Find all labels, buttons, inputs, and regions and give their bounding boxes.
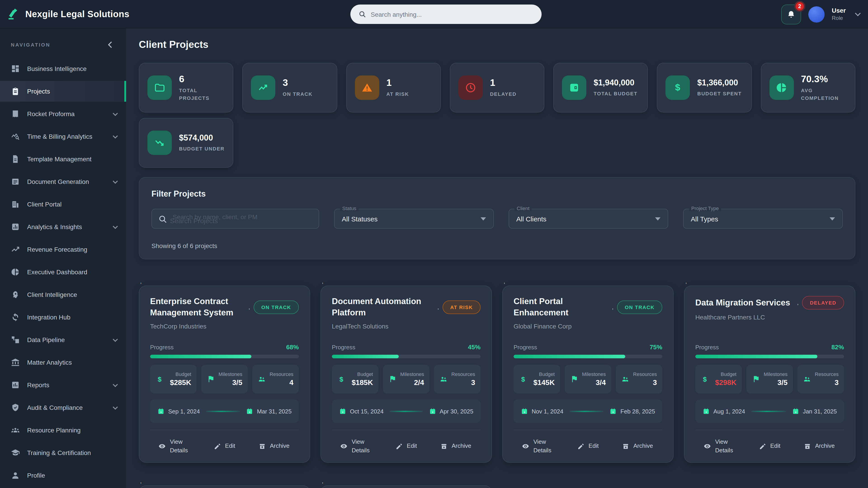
- bell-icon: [786, 10, 796, 19]
- clipboard-icon: [11, 87, 20, 96]
- chevron-down-icon[interactable]: [113, 382, 118, 387]
- edit-button[interactable]: Edit: [381, 442, 431, 451]
- status-badge: ON TRACK: [254, 300, 299, 314]
- milestones-value: 3/5: [217, 379, 242, 387]
- sidebar-item-analytics-insights[interactable]: Analytics & Insights: [0, 217, 126, 237]
- chevron-down-icon[interactable]: [113, 337, 118, 342]
- sidebar-item-time-billing-analytics[interactable]: Time & Billing Analytics: [0, 126, 126, 147]
- svg-text:$: $: [521, 376, 525, 383]
- sidebar-item-client-portal[interactable]: Client Portal: [0, 194, 126, 215]
- stat-total-budget: $1,940,000TOTAL BUDGET: [553, 63, 648, 112]
- view-details-button[interactable]: View Details: [695, 437, 745, 455]
- archive-button[interactable]: Archive: [249, 442, 299, 451]
- budget-value: $298K: [712, 379, 737, 387]
- view-details-button[interactable]: View Details: [514, 437, 563, 455]
- sidebar-item-reports[interactable]: Reports: [0, 375, 126, 395]
- archive-button[interactable]: Archive: [795, 442, 844, 451]
- dropdown-arrow-icon: [480, 217, 486, 220]
- resources-tile: Resources3: [616, 365, 662, 394]
- stat-on-track: 3ON TRACK: [243, 63, 337, 112]
- sidebar-item-audit-compliance[interactable]: Audit & Compliance: [0, 397, 126, 418]
- notifications-button[interactable]: 2: [781, 4, 801, 24]
- flag-icon: [388, 375, 397, 383]
- budget-value: $285K: [166, 379, 191, 387]
- archive-button[interactable]: Archive: [613, 442, 662, 451]
- sidebar-item-business-intelligence[interactable]: Business Intelligence: [0, 58, 126, 79]
- user-info[interactable]: User Role: [832, 7, 846, 22]
- sidebar-item-template-management[interactable]: Template Management: [0, 149, 126, 169]
- trending-up-icon: [11, 245, 20, 254]
- article-icon: [11, 177, 20, 186]
- eye-icon: [158, 442, 166, 450]
- progress-value: 75%: [650, 344, 662, 351]
- edit-button[interactable]: Edit: [745, 442, 794, 451]
- sidebar-item-integration-hub[interactable]: Integration Hub: [0, 307, 126, 328]
- budget-tile: $ Budget$285K: [150, 365, 197, 394]
- project-search-field[interactable]: Search by name, client, or PM Search Pro…: [151, 209, 319, 229]
- pencil-icon: [214, 443, 221, 450]
- progress-bar: [514, 355, 662, 358]
- psychology-icon: [11, 290, 20, 299]
- flag-icon: [752, 375, 760, 383]
- milestones-tile: Milestones2/4: [383, 365, 430, 394]
- chevron-down-icon[interactable]: [113, 224, 118, 229]
- sidebar-item-data-pipeline[interactable]: Data Pipeline: [0, 329, 126, 350]
- sidebar-item-client-intelligence[interactable]: Client Intelligence: [0, 284, 126, 305]
- milestones-tile: Milestones3/4: [565, 365, 611, 394]
- sidebar-item-executive-dashboard[interactable]: Executive Dashboard: [0, 262, 126, 283]
- sidebar-item-rocket-proforma[interactable]: Rocket Proforma: [0, 103, 126, 124]
- project-card-cell: ,: [320, 485, 492, 488]
- resources-value: 4: [269, 379, 293, 387]
- sidebar-item-projects[interactable]: Projects: [0, 81, 126, 102]
- progress-label: Progress: [150, 344, 174, 351]
- project-type-select[interactable]: Project Type All Types: [683, 209, 843, 229]
- end-date: Apr 30, 2025: [440, 408, 473, 415]
- project-cards-grid: , Enterprise Contract Management System …: [139, 286, 855, 463]
- stats-grid: 6TOTAL PROJECTS 3ON TRACK 1AT RISK 1DELA…: [139, 63, 855, 168]
- project-card: Client Portal Enhancement , ON TRACK Glo…: [502, 286, 674, 463]
- view-details-button[interactable]: View Details: [332, 437, 381, 455]
- global-search[interactable]: [350, 4, 541, 24]
- bank-icon: [11, 358, 20, 367]
- archive-button[interactable]: Archive: [431, 442, 480, 451]
- end-date: Feb 28, 2025: [620, 408, 655, 415]
- calendar-icon: [521, 408, 528, 415]
- chevron-down-icon[interactable]: [113, 178, 118, 184]
- project-card-partial: [320, 485, 492, 488]
- stray-comma: ,: [797, 300, 799, 306]
- sidebar-item-training-certification[interactable]: Training & Certification: [0, 442, 126, 463]
- sidebar-collapse-icon[interactable]: [108, 41, 114, 48]
- status-select[interactable]: Status All Statuses: [334, 209, 494, 229]
- edit-button[interactable]: Edit: [563, 442, 613, 451]
- project-card-cell: , Enterprise Contract Management System …: [139, 286, 310, 463]
- building-icon: [11, 200, 20, 209]
- chevron-down-icon[interactable]: [113, 111, 118, 116]
- global-search-input[interactable]: [371, 11, 533, 18]
- sidebar-item-profile[interactable]: Profile: [0, 465, 126, 486]
- project-title: Enterprise Contract Management System: [150, 296, 247, 319]
- client-select[interactable]: Client All Clients: [508, 209, 668, 229]
- pencil-icon: [396, 443, 403, 450]
- avatar[interactable]: [808, 6, 825, 22]
- edit-button[interactable]: Edit: [199, 442, 249, 451]
- project-title: Client Portal Enhancement: [514, 296, 610, 319]
- chevron-down-icon[interactable]: [113, 404, 118, 410]
- results-count: Showing 6 of 6 projects: [151, 242, 843, 250]
- sidebar-item-resource-planning[interactable]: Resource Planning: [0, 420, 126, 441]
- sidebar-item-matter-analytics[interactable]: Matter Analytics: [0, 352, 126, 373]
- date-range: Sep 1, 2024 Mar 31, 2025: [150, 399, 299, 423]
- bar-chart-icon: [11, 381, 20, 390]
- project-title: Data Migration Services: [695, 297, 795, 308]
- view-details-button[interactable]: View Details: [150, 437, 199, 455]
- sidebar-item-document-generation[interactable]: Document Generation: [0, 171, 126, 192]
- resources-tile: Resources3: [434, 365, 480, 394]
- start-date: Sep 1, 2024: [168, 408, 200, 415]
- project-card: Data Migration Services , DELAYED Health…: [684, 286, 855, 463]
- sidebar-item-revenue-forecasting[interactable]: Revenue Forecasting: [0, 239, 126, 260]
- sidebar-nav: Business Intelligence Projects Rocket Pr…: [0, 58, 126, 486]
- user-menu-chevron-icon[interactable]: [855, 10, 861, 16]
- chevron-down-icon[interactable]: [113, 133, 118, 138]
- query-stats-icon: [11, 132, 20, 141]
- notification-badge: 2: [794, 1, 805, 11]
- stat-at-risk: 1AT RISK: [346, 63, 441, 112]
